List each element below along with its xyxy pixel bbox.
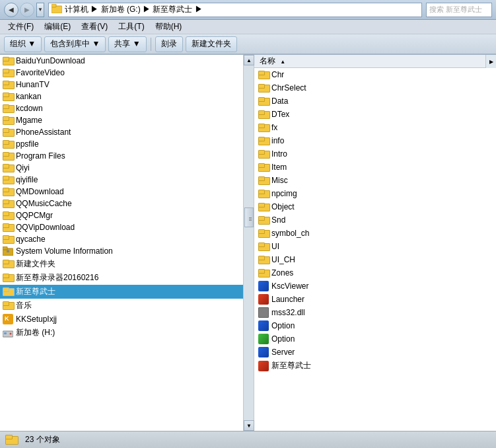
left-item[interactable]: KKSetupIxjj — [0, 313, 243, 326]
app-icon — [258, 294, 269, 305]
svg-rect-3 — [3, 246, 7, 250]
right-item[interactable]: Snd — [254, 213, 496, 227]
right-item[interactable]: Intro — [254, 147, 496, 161]
folder-lock-icon — [3, 246, 13, 256]
left-item[interactable]: Mgame — [0, 114, 243, 126]
right-item[interactable]: Object — [254, 200, 496, 213]
folder-icon — [258, 190, 269, 198]
right-item[interactable]: npcimg — [254, 187, 496, 200]
back-button[interactable]: ◀ — [4, 3, 18, 17]
left-item[interactable]: 新至尊武士 — [0, 285, 243, 299]
left-item[interactable]: 音乐 — [0, 299, 243, 313]
left-item-label: ppsfile — [16, 139, 39, 149]
left-item-label: kankan — [16, 92, 42, 101]
name-column-header[interactable]: 名称 ▲ — [257, 56, 288, 67]
right-item[interactable]: mss32.dll — [254, 306, 496, 319]
left-scrollbar[interactable]: ▲ ▼ — [243, 55, 254, 431]
right-item[interactable]: Chr — [254, 68, 496, 81]
right-pane-scroll[interactable]: ChrChrSelectDataDTexfxinfoIntroItemMiscn… — [254, 68, 496, 431]
left-item[interactable]: qycache — [0, 233, 243, 245]
left-item[interactable]: QQPCMgr — [0, 209, 243, 221]
left-item[interactable]: PhoneAssistant — [0, 126, 243, 138]
menu-edit[interactable]: 编辑(E) — [39, 20, 76, 34]
folder-icon — [3, 93, 13, 101]
app-icon — [258, 320, 269, 331]
burn-button[interactable]: 刻录 — [155, 36, 183, 52]
nav-dropdown[interactable]: ▼ — [36, 3, 44, 17]
folder-icon — [52, 4, 62, 15]
left-item[interactable]: kcdown — [0, 102, 243, 114]
right-item[interactable]: Launcher — [254, 293, 496, 306]
left-pane: BaiduYunDownloadFavoriteVideoHunanTVkank… — [0, 55, 254, 431]
right-item[interactable]: Option — [254, 319, 496, 332]
toolbar: 组织 ▼ 包含到库中 ▼ 共享 ▼ 刻录 新建文件夹 — [0, 34, 496, 54]
header-scroll-right[interactable]: ▶ — [485, 55, 496, 68]
folder-icon — [258, 203, 269, 211]
left-item[interactable]: qiyifile — [0, 174, 243, 186]
right-item[interactable]: Item — [254, 161, 496, 174]
scroll-up-arrow[interactable]: ▲ — [244, 55, 254, 65]
menu-tools[interactable]: 工具(T) — [113, 20, 149, 34]
forward-button[interactable]: ▶ — [20, 3, 34, 17]
library-button[interactable]: 包含到库中 ▼ — [44, 36, 106, 52]
organize-button[interactable]: 组织 ▼ — [4, 36, 42, 52]
left-item[interactable]: QQMusicCache — [0, 198, 243, 209]
folder-icon — [3, 235, 13, 244]
right-item[interactable]: fx — [254, 121, 496, 134]
folder-icon — [258, 256, 269, 264]
right-item[interactable]: 新至尊武士 — [254, 359, 496, 373]
right-item[interactable]: Option — [254, 332, 496, 346]
scroll-down-arrow[interactable]: ▼ — [244, 420, 254, 431]
left-item[interactable]: FavoriteVideo — [0, 67, 243, 79]
right-item-label: KscViewer — [271, 281, 308, 291]
left-item[interactable]: QQVipDownload — [0, 221, 243, 233]
share-button[interactable]: 共享 ▼ — [108, 36, 146, 52]
folder-icon — [258, 71, 269, 79]
toolbar-divider — [151, 38, 151, 51]
menu-help[interactable]: 帮助(H) — [150, 20, 188, 34]
right-item[interactable]: UI — [254, 240, 496, 253]
right-item-label: mss32.dll — [271, 308, 305, 317]
left-item[interactable]: kankan — [0, 91, 243, 102]
left-item[interactable]: ppsfile — [0, 138, 243, 150]
right-item[interactable]: UI_CH — [254, 253, 496, 266]
address-bar[interactable]: 计算机 ▶ 新加卷 (G:) ▶ 新至尊武士 ▶ — [48, 3, 422, 17]
folder-icon — [3, 200, 13, 208]
right-item[interactable]: Data — [254, 94, 496, 108]
left-item[interactable]: Program Files — [0, 150, 243, 162]
left-item[interactable]: QMDownload — [0, 186, 243, 198]
right-item[interactable]: KscViewer — [254, 280, 496, 293]
status-count: 23 个对象 — [25, 434, 60, 445]
left-item[interactable]: System Volume Information — [0, 245, 243, 257]
menu-view[interactable]: 查看(V) — [76, 20, 113, 34]
right-item[interactable]: ChrSelect — [254, 81, 496, 94]
folder-icon — [3, 104, 13, 113]
right-item[interactable]: info — [254, 134, 496, 147]
svg-rect-1 — [52, 4, 56, 7]
left-item[interactable]: 新建文件夹 — [0, 257, 243, 271]
left-item[interactable]: HunanTV — [0, 79, 243, 91]
left-item[interactable]: 新至尊录录器20160216 — [0, 271, 243, 285]
left-item-label: FavoriteVideo — [16, 68, 65, 77]
folder-icon — [3, 81, 13, 89]
right-item[interactable]: Misc — [254, 174, 496, 187]
folder-icon — [3, 301, 13, 310]
left-item[interactable]: 新加卷 (H:) — [0, 326, 243, 340]
left-item-label: System Volume Information — [16, 246, 113, 256]
left-item[interactable]: Qiyi — [0, 162, 243, 174]
search-bar[interactable]: 搜索 新至尊武士 — [426, 3, 492, 17]
svg-rect-7 — [4, 332, 7, 334]
menu-file[interactable]: 文件(F) — [3, 20, 39, 34]
scroll-track[interactable] — [244, 65, 254, 420]
newfolder-button[interactable]: 新建文件夹 — [186, 36, 237, 52]
right-item[interactable]: Zones — [254, 266, 496, 280]
folder-icon — [258, 163, 269, 172]
folder-icon — [3, 176, 13, 184]
right-item[interactable]: DTex — [254, 108, 496, 121]
scroll-thumb[interactable] — [244, 207, 254, 227]
right-item[interactable]: Server — [254, 346, 496, 359]
left-item-label: QQVipDownload — [16, 223, 75, 232]
left-item[interactable]: BaiduYunDownload — [0, 55, 243, 67]
right-pane-header: 名称 ▲ ▶ — [254, 55, 496, 68]
right-item[interactable]: symbol_ch — [254, 227, 496, 240]
